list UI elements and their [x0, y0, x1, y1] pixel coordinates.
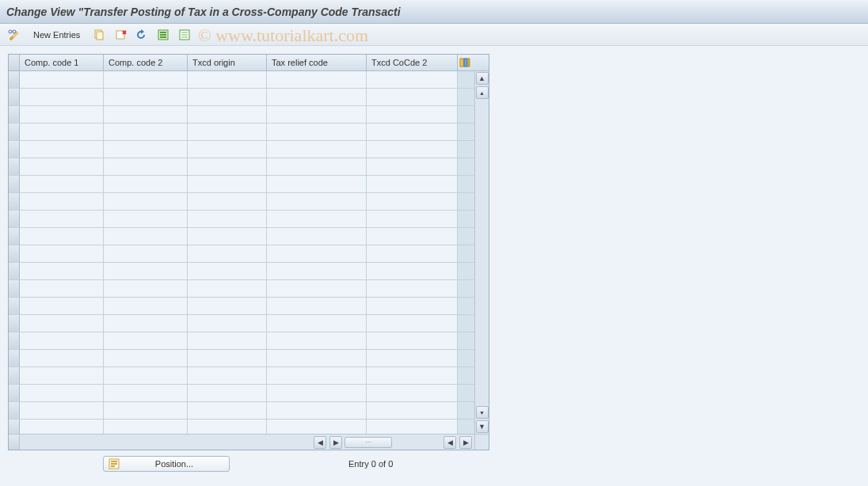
- cell[interactable]: [367, 193, 458, 210]
- cell[interactable]: [188, 263, 267, 279]
- scroll-right-button[interactable]: ◀: [444, 436, 456, 449]
- cell[interactable]: [267, 89, 367, 105]
- cell[interactable]: [20, 315, 104, 332]
- cell[interactable]: [267, 298, 367, 314]
- cell[interactable]: [367, 176, 458, 192]
- row-selector[interactable]: [9, 350, 20, 366]
- row-selector[interactable]: [9, 106, 20, 123]
- cell[interactable]: [367, 332, 458, 349]
- select-all-button[interactable]: [154, 27, 173, 43]
- cell[interactable]: [104, 106, 188, 123]
- cell[interactable]: [267, 367, 367, 384]
- cell[interactable]: [20, 176, 104, 192]
- delete-button[interactable]: [111, 27, 130, 43]
- horizontal-scrollbar[interactable]: ◀ ▶ ⋯ ◀ ▶: [20, 435, 474, 450]
- cell[interactable]: [104, 332, 188, 349]
- cell[interactable]: [188, 211, 267, 227]
- cell[interactable]: [188, 315, 267, 332]
- cell[interactable]: [367, 350, 458, 366]
- cell[interactable]: [20, 385, 104, 401]
- vertical-scrollbar[interactable]: ▲ ▲ ▼ ▼: [474, 71, 489, 434]
- cell[interactable]: [188, 89, 267, 105]
- column-header-4[interactable]: Txcd CoCde 2: [367, 55, 458, 70]
- cell[interactable]: [188, 228, 267, 245]
- cell[interactable]: [104, 228, 188, 245]
- scroll-left-button[interactable]: ▶: [329, 436, 342, 449]
- cell[interactable]: [267, 332, 367, 349]
- cell[interactable]: [188, 71, 267, 88]
- row-selector[interactable]: [9, 71, 20, 88]
- cell[interactable]: [20, 263, 104, 279]
- cell[interactable]: [188, 420, 267, 434]
- toggle-edit-button[interactable]: [5, 27, 24, 43]
- cell[interactable]: [20, 367, 104, 384]
- cell[interactable]: [104, 245, 188, 262]
- cell[interactable]: [104, 89, 188, 105]
- row-selector[interactable]: [9, 420, 20, 434]
- cell[interactable]: [267, 402, 367, 419]
- cell[interactable]: [188, 123, 267, 140]
- scroll-up-button[interactable]: ▲: [476, 72, 489, 85]
- configure-columns-button[interactable]: [458, 55, 472, 70]
- row-selector[interactable]: [9, 211, 20, 227]
- deselect-all-button[interactable]: [175, 27, 194, 43]
- row-selector[interactable]: [9, 315, 20, 332]
- row-selector[interactable]: [9, 228, 20, 245]
- cell[interactable]: [267, 315, 367, 332]
- cell[interactable]: [367, 106, 458, 123]
- row-selector[interactable]: [9, 89, 20, 105]
- cell[interactable]: [104, 158, 188, 175]
- row-selector[interactable]: [9, 280, 20, 297]
- row-selector[interactable]: [9, 367, 20, 384]
- cell[interactable]: [367, 228, 458, 245]
- row-selector[interactable]: [9, 245, 20, 262]
- column-header-2[interactable]: Txcd origin: [188, 55, 267, 70]
- position-button[interactable]: Position...: [103, 456, 230, 472]
- cell[interactable]: [267, 228, 367, 245]
- cell[interactable]: [367, 298, 458, 314]
- cell[interactable]: [104, 420, 188, 434]
- row-selector[interactable]: [9, 123, 20, 140]
- row-selector[interactable]: [9, 141, 20, 158]
- cell[interactable]: [267, 350, 367, 366]
- cell[interactable]: [20, 228, 104, 245]
- cell[interactable]: [104, 263, 188, 279]
- row-selector[interactable]: [9, 158, 20, 175]
- cell[interactable]: [20, 123, 104, 140]
- cell[interactable]: [20, 332, 104, 349]
- cell[interactable]: [188, 106, 267, 123]
- cell[interactable]: [104, 141, 188, 158]
- cell[interactable]: [20, 245, 104, 262]
- cell[interactable]: [267, 245, 367, 262]
- row-selector[interactable]: [9, 332, 20, 349]
- cell[interactable]: [20, 350, 104, 366]
- cell[interactable]: [188, 385, 267, 401]
- cell[interactable]: [20, 106, 104, 123]
- cell[interactable]: [267, 141, 367, 158]
- cell[interactable]: [20, 141, 104, 158]
- column-header-1[interactable]: Comp. code 2: [104, 55, 188, 70]
- cell[interactable]: [367, 385, 458, 401]
- scroll-left-first-button[interactable]: ◀: [314, 436, 326, 449]
- cell[interactable]: [104, 71, 188, 88]
- cell[interactable]: [20, 298, 104, 314]
- cell[interactable]: [104, 176, 188, 192]
- scroll-thumb[interactable]: ⋯: [345, 437, 392, 448]
- cell[interactable]: [267, 193, 367, 210]
- cell[interactable]: [367, 141, 458, 158]
- cell[interactable]: [367, 420, 458, 434]
- cell[interactable]: [20, 158, 104, 175]
- cell[interactable]: [104, 315, 188, 332]
- new-entries-button[interactable]: New Entries: [26, 27, 87, 43]
- cell[interactable]: [367, 280, 458, 297]
- cell[interactable]: [267, 263, 367, 279]
- cell[interactable]: [367, 367, 458, 384]
- cell[interactable]: [104, 385, 188, 401]
- cell[interactable]: [267, 211, 367, 227]
- cell[interactable]: [367, 71, 458, 88]
- cell[interactable]: [267, 280, 367, 297]
- cell[interactable]: [267, 71, 367, 88]
- row-selector[interactable]: [9, 193, 20, 210]
- row-selector[interactable]: [9, 298, 20, 314]
- cell[interactable]: [20, 280, 104, 297]
